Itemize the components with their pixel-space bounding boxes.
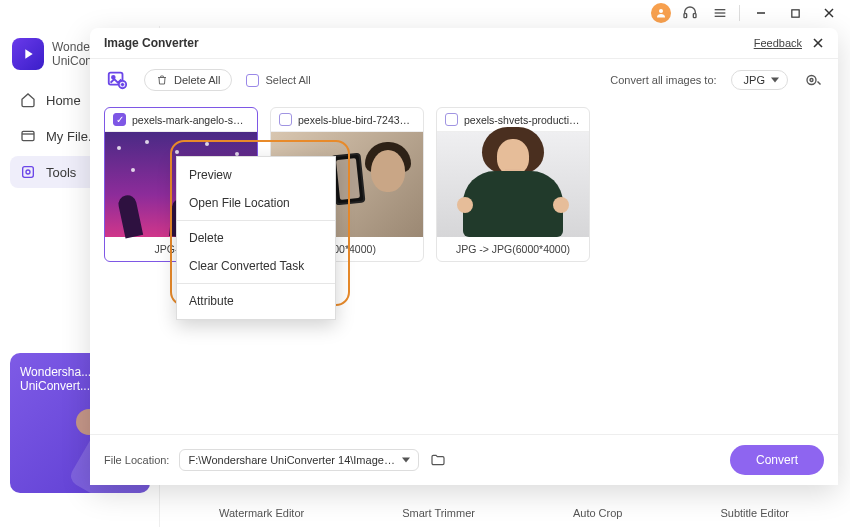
select-all-label: Select All (265, 74, 310, 86)
menu-open-location[interactable]: Open File Location (177, 189, 335, 217)
feedback-link[interactable]: Feedback (754, 37, 802, 49)
menu-separator (177, 220, 335, 221)
user-avatar[interactable] (651, 3, 671, 23)
card-checkbox[interactable] (279, 113, 292, 126)
menu-attribute[interactable]: Attribute (177, 287, 335, 315)
card-checkbox[interactable] (445, 113, 458, 126)
card-filename: pexels-blue-bird-7243156... (298, 114, 415, 126)
trash-icon (156, 74, 168, 86)
toolbar: Delete All Select All Convert all images… (90, 59, 838, 101)
tab-trimmer[interactable]: Smart Trimmer (402, 507, 475, 519)
select-all-checkbox[interactable]: Select All (246, 74, 310, 87)
close-icon[interactable] (812, 37, 824, 49)
svg-point-21 (810, 79, 813, 82)
svg-point-20 (807, 76, 816, 85)
svg-rect-7 (791, 9, 798, 16)
card-checkbox[interactable] (113, 113, 126, 126)
sidebar-label: Tools (46, 165, 76, 180)
sidebar-label: Home (46, 93, 81, 108)
svg-rect-10 (22, 131, 34, 140)
home-icon (20, 92, 36, 108)
card-filename: pexels-mark-angelo-sam... (132, 114, 249, 126)
tools-icon (20, 164, 36, 180)
hamburger-icon[interactable] (709, 2, 731, 24)
maximize-button[interactable] (782, 2, 808, 24)
svg-rect-1 (684, 14, 687, 18)
format-value: JPG (744, 74, 765, 86)
context-menu: Preview Open File Location Delete Clear … (176, 156, 336, 320)
convert-label: Convert (756, 453, 798, 467)
tab-watermark[interactable]: Watermark Editor (219, 507, 304, 519)
bottom-tool-tabs: Watermark Editor Smart Trimmer Auto Crop… (170, 507, 838, 519)
close-window-button[interactable] (816, 2, 842, 24)
modal-footer: File Location: F:\Wondershare UniConvert… (90, 434, 838, 485)
tab-autocrop[interactable]: Auto Crop (573, 507, 623, 519)
file-location-value: F:\Wondershare UniConverter 14\Image Out… (188, 454, 419, 466)
main-window: Wonder... UniCon... Home My File... Tool… (0, 0, 850, 527)
card-thumbnail[interactable] (437, 132, 589, 237)
convert-to-label: Convert all images to: (610, 74, 716, 86)
svg-point-0 (659, 9, 663, 13)
format-select[interactable]: JPG (731, 70, 788, 90)
svg-point-12 (26, 170, 30, 174)
tab-subtitle[interactable]: Subtitle Editor (720, 507, 788, 519)
output-settings-icon[interactable] (802, 69, 824, 91)
modal-title: Image Converter (104, 36, 199, 50)
minimize-button[interactable] (748, 2, 774, 24)
svg-rect-2 (693, 14, 696, 18)
menu-delete[interactable]: Delete (177, 224, 335, 252)
open-folder-icon[interactable] (429, 451, 447, 469)
modal-header: Image Converter Feedback (90, 28, 838, 59)
checkbox-icon (246, 74, 259, 87)
files-icon (20, 128, 36, 144)
menu-preview[interactable]: Preview (177, 161, 335, 189)
svg-rect-11 (23, 167, 34, 178)
file-location-select[interactable]: F:\Wondershare UniConverter 14\Image Out… (179, 449, 419, 471)
card-filename: pexels-shvets-production... (464, 114, 581, 126)
delete-all-label: Delete All (174, 74, 220, 86)
menu-clear-converted[interactable]: Clear Converted Task (177, 252, 335, 280)
headset-icon[interactable] (679, 2, 701, 24)
menu-separator (177, 283, 335, 284)
image-card[interactable]: pexels-shvets-production... JPG -> JPG(6… (436, 107, 590, 262)
card-footer: JPG -> JPG(6000*4000) (437, 237, 589, 261)
file-location-label: File Location: (104, 454, 169, 466)
delete-all-button[interactable]: Delete All (144, 69, 232, 91)
titlebar (0, 0, 850, 26)
convert-button[interactable]: Convert (730, 445, 824, 475)
add-image-button[interactable] (104, 67, 130, 93)
logo-badge-icon (12, 38, 44, 70)
